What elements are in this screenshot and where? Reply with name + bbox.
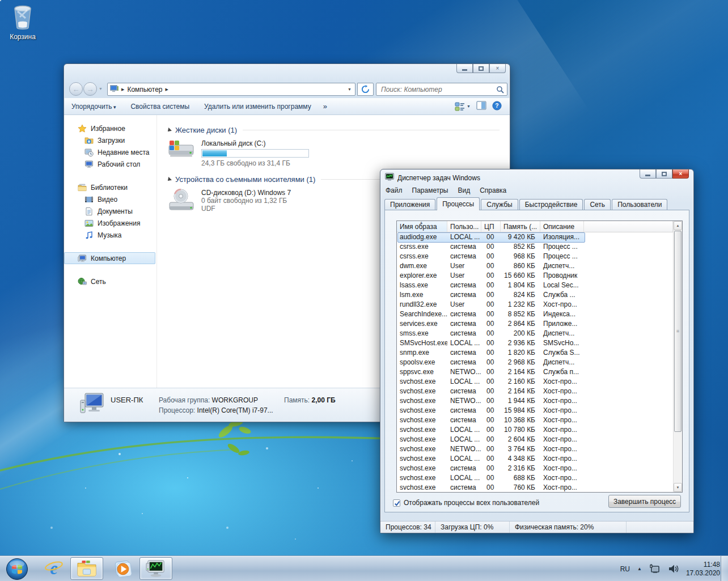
menu-параметры[interactable]: Параметры [412, 186, 448, 194]
language-indicator[interactable]: RU [620, 565, 630, 573]
preview-pane-button[interactable] [476, 101, 486, 112]
tab-сеть[interactable]: Сеть [584, 199, 611, 210]
process-row[interactable]: svchost.exeсистема0010 368 КБХост-про... [397, 415, 673, 425]
explorer-minimize-button[interactable] [456, 64, 473, 73]
sidebar-item-documents[interactable]: Документы [64, 205, 156, 217]
menu-файл[interactable]: Файл [386, 186, 403, 194]
process-row[interactable]: explorer.exeUser0015 660 КБПроводник [397, 271, 673, 281]
sidebar-item-network[interactable]: Сеть [64, 275, 156, 287]
column-header-4[interactable]: Описание [540, 221, 584, 232]
process-row[interactable]: snmp.exeсистема001 820 КБСлужба S... [397, 348, 673, 358]
menu-справка[interactable]: Справка [480, 186, 506, 194]
task-manager-taskbar-button[interactable] [139, 557, 172, 580]
process-row[interactable]: rundll32.exeUser001 232 КБХост-про... [397, 300, 673, 309]
vertical-scrollbar[interactable]: ▲ ≡ ▼ [673, 221, 682, 492]
breadcrumb-computer[interactable]: Компьютер [127, 86, 162, 94]
uninstall-program-button[interactable]: Удалить или изменить программу [197, 103, 319, 111]
group-header-hard-disks[interactable]: Жесткие диски (1) [167, 126, 500, 134]
more-commands-chevron[interactable]: » [319, 102, 332, 111]
process-cpu: 00 [481, 348, 501, 358]
sidebar-item-computer[interactable]: Компьютер [64, 252, 155, 264]
process-row[interactable]: svchost.exeLOCAL ...0010 780 КБХост-про.… [397, 425, 673, 435]
tab-быстродействие[interactable]: Быстродействие [519, 199, 583, 210]
sidebar-item-downloads[interactable]: Загрузки [64, 134, 156, 146]
process-row[interactable]: smss.exeсистема00200 КБДиспетч... [397, 329, 673, 338]
process-row[interactable]: csrss.exeсистема00968 КБПроцесс ... [397, 252, 673, 261]
tab-службы[interactable]: Службы [481, 199, 518, 210]
explorer-close-button[interactable]: × [489, 64, 506, 73]
help-button[interactable]: ? [492, 101, 502, 112]
process-row[interactable]: svchost.exeLOCAL ...00688 КБХост-про... [397, 473, 673, 483]
process-row[interactable]: audiodg.exeLOCAL ...009 420 КБИзоляция..… [397, 232, 673, 242]
address-bar[interactable]: Компьютер [107, 83, 355, 96]
column-header-3[interactable]: Память (... [501, 221, 540, 232]
process-row[interactable]: svchost.exeсистема002 316 КБХост-про... [397, 464, 673, 473]
search-input[interactable] [376, 83, 507, 95]
process-row[interactable]: SMSvcHost.exeLOCAL ...002 936 КБSMSvcHo.… [397, 338, 673, 348]
taskmgr-minimize-button[interactable] [640, 169, 656, 179]
sidebar-item-desktop[interactable]: Рабочий стол [64, 158, 156, 170]
tab-процессы[interactable]: Процессы [437, 197, 480, 210]
process-row[interactable]: dwm.exeUser00860 КБДиспетч... [397, 261, 673, 271]
refresh-button[interactable] [357, 83, 374, 96]
process-row[interactable]: sppsvc.exeNETWO...002 164 КБСлужба п... [397, 367, 673, 377]
scroll-up-button[interactable]: ▲ [674, 221, 682, 230]
process-row[interactable]: svchost.exeсистема00760 КБХост-про... [397, 483, 673, 492]
sidebar-item-recent[interactable]: Недавние места [64, 146, 156, 158]
process-row[interactable]: services.exeсистема002 864 КБПриложе... [397, 319, 673, 329]
clock[interactable]: 11:48 17.03.2020 [686, 561, 720, 578]
process-row[interactable]: svchost.exeLOCAL ...002 604 КБХост-про..… [397, 435, 673, 444]
taskmgr-close-button[interactable]: × [672, 169, 689, 179]
show-all-processes-checkbox[interactable] [393, 499, 400, 507]
volume-tray-icon[interactable] [668, 564, 679, 574]
media-player-button[interactable] [106, 557, 139, 580]
sidebar-item-video[interactable]: Видео [64, 193, 156, 205]
scrollbar-thumb[interactable]: ≡ [674, 231, 682, 432]
explorer-taskbar-button[interactable] [70, 557, 103, 580]
menu-вид[interactable]: Вид [458, 186, 470, 194]
process-row[interactable]: svchost.exeсистема0015 984 КБХост-про... [397, 406, 673, 415]
column-header-2[interactable]: ЦП [481, 221, 501, 232]
process-row[interactable]: svchost.exeLOCAL ...004 348 КБХост-про..… [397, 454, 673, 464]
tab-приложения[interactable]: Приложения [384, 199, 435, 210]
column-header-1[interactable]: Пользо... [447, 221, 481, 232]
process-mem: 688 КБ [501, 473, 540, 483]
drive-item-c[interactable]: Локальный диск (C:) 24,3 ГБ свободно из … [168, 139, 500, 167]
scroll-down-button[interactable]: ▼ [674, 483, 682, 492]
process-row[interactable]: spoolsv.exeсистема002 968 КБДиспетч... [397, 358, 673, 367]
process-row[interactable]: svchost.exeсистема002 164 КБХост-про... [397, 387, 673, 396]
process-row[interactable]: csrss.exeсистема00852 КБПроцесс ... [397, 242, 673, 252]
start-button[interactable] [5, 557, 29, 581]
process-mem: 3 764 КБ [501, 444, 540, 454]
process-row[interactable]: svchost.exeLOCAL ...002 160 КБХост-про..… [397, 377, 673, 387]
change-view-button[interactable]: ▼ [455, 102, 471, 111]
tab-пользователи[interactable]: Пользователи [612, 199, 667, 210]
search-box[interactable] [376, 83, 507, 96]
column-header-0[interactable]: Имя образа▲ [397, 221, 447, 232]
process-row[interactable]: svchost.exeNETWO...001 944 КБХост-про... [397, 396, 673, 406]
process-row[interactable]: svchost.exeNETWO...003 764 КБХост-про... [397, 444, 673, 454]
process-row[interactable]: lsass.exeсистема001 804 КБLocal Sec... [397, 281, 673, 290]
back-button[interactable] [69, 82, 83, 96]
process-row[interactable]: SearchIndexe...система008 852 КБИндекса.… [397, 309, 673, 319]
internet-explorer-button[interactable]: e [37, 557, 70, 580]
system-properties-button[interactable]: Свойства системы [123, 103, 197, 111]
recycle-bin[interactable]: Корзина [6, 5, 40, 41]
recent-pages-dropdown-icon[interactable] [99, 87, 103, 91]
explorer-maximize-button[interactable] [473, 64, 489, 73]
process-desc: Процесс ... [540, 252, 584, 261]
sidebar-item-libraries[interactable]: Библиотеки [64, 181, 156, 193]
organize-button[interactable]: Упорядочить [64, 103, 123, 111]
process-desc: Хост-про... [540, 396, 584, 406]
address-dropdown-icon[interactable] [348, 87, 353, 91]
taskmgr-maximize-button[interactable] [656, 169, 672, 179]
show-hidden-icons-button[interactable]: ▲ [637, 566, 642, 571]
sidebar-item-pictures[interactable]: Изображения [64, 217, 156, 229]
show-desktop-button[interactable] [721, 556, 728, 581]
network-tray-icon[interactable] [649, 564, 661, 574]
sidebar-item-music[interactable]: Музыка [64, 229, 156, 241]
forward-button[interactable] [83, 82, 97, 96]
sidebar-item-star[interactable]: Избранное [64, 122, 156, 134]
process-row[interactable]: lsm.exeсистема00824 КБСлужба ... [397, 290, 673, 300]
end-process-button[interactable]: Завершить процесс [608, 495, 681, 508]
